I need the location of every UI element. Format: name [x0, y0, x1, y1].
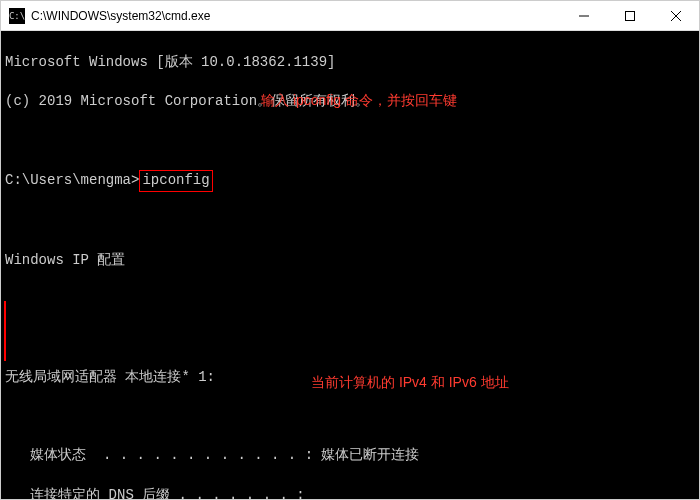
adapter1-media-state: 媒体状态 . . . . . . . . . . . . : 媒体已断开连接 — [5, 446, 695, 466]
cmd-icon: C:\ — [9, 8, 25, 24]
maximize-button[interactable] — [607, 1, 653, 31]
annotation-side-bar — [4, 301, 6, 361]
adapter1-dns-suffix: 连接特定的 DNS 后缀 . . . . . . . : — [5, 486, 695, 499]
annotation-ip-hint: 当前计算机的 IPv4 和 IPv6 地址 — [311, 373, 509, 393]
prompt-line-1: C:\Users\mengma>ipconfig — [5, 170, 695, 192]
minimize-button[interactable] — [561, 1, 607, 31]
prompt-path: C:\Users\mengma> — [5, 172, 139, 188]
titlebar[interactable]: C:\ C:\WINDOWS\system32\cmd.exe — [1, 1, 699, 31]
svg-rect-1 — [626, 11, 635, 20]
window-title: C:\WINDOWS\system32\cmd.exe — [31, 9, 210, 23]
version-line: Microsoft Windows [版本 10.0.18362.1139] — [5, 53, 695, 73]
ipconfig-command-highlight: ipconfig — [139, 170, 212, 192]
annotation-command-hint: 输入 ipconfig 命令，并按回车键 — [261, 91, 457, 111]
terminal-area[interactable]: Microsoft Windows [版本 10.0.18362.1139] (… — [1, 31, 699, 499]
cmd-window: C:\ C:\WINDOWS\system32\cmd.exe Microsof… — [0, 0, 700, 500]
close-button[interactable] — [653, 1, 699, 31]
ipconfig-header: Windows IP 配置 — [5, 251, 695, 271]
